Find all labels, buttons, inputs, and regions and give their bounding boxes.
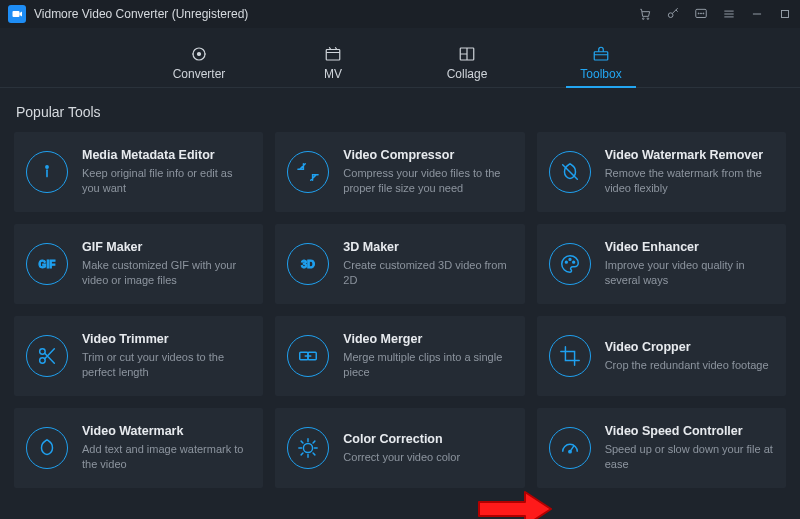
tool-card-desc: Remove the watermark from the video flex… xyxy=(605,166,774,196)
svg-point-24 xyxy=(304,443,313,452)
svg-point-2 xyxy=(647,18,649,20)
svg-text:3D: 3D xyxy=(301,258,315,270)
tool-card-title: Video Enhancer xyxy=(605,240,774,254)
tool-card-video-merger[interactable]: Video MergerMerge multiple clips into a … xyxy=(275,316,524,396)
tool-card-text: GIF MakerMake customized GIF with your v… xyxy=(82,240,251,288)
svg-rect-0 xyxy=(13,11,20,17)
tool-card-text: Video CropperCrop the redundant video fo… xyxy=(605,340,774,373)
svg-rect-8 xyxy=(782,11,789,18)
tool-card-gif-maker[interactable]: GIFGIF MakerMake customized GIF with you… xyxy=(14,224,263,304)
tool-card-desc: Keep original file info or edit as you w… xyxy=(82,166,251,196)
svg-rect-11 xyxy=(326,50,340,61)
tool-card-video-trimmer[interactable]: Video TrimmerTrim or cut your videos to … xyxy=(14,316,263,396)
tool-card-desc: Compress your video files to the proper … xyxy=(343,166,512,196)
tool-card-desc: Make customized GIF with your video or i… xyxy=(82,258,251,288)
watermark-remove-icon xyxy=(549,151,591,193)
tool-card-desc: Trim or cut your videos to the perfect l… xyxy=(82,350,251,380)
svg-point-7 xyxy=(703,13,704,14)
scissors-icon xyxy=(26,335,68,377)
tool-card-3d-maker[interactable]: 3D3D MakerCreate customized 3D video fro… xyxy=(275,224,524,304)
feedback-icon[interactable] xyxy=(694,7,708,21)
svg-point-18 xyxy=(569,259,571,261)
cart-icon[interactable] xyxy=(638,7,652,21)
tool-card-title: Video Compressor xyxy=(343,148,512,162)
window-title: Vidmore Video Converter (Unregistered) xyxy=(34,7,248,21)
tool-card-text: Video WatermarkAdd text and image waterm… xyxy=(82,424,251,472)
tool-grid: Media Metadata EditorKeep original file … xyxy=(14,132,786,488)
nav-label: Toolbox xyxy=(580,67,621,81)
nav-tab-collage[interactable]: Collage xyxy=(432,45,502,87)
tool-card-text: Video Watermark RemoverRemove the waterm… xyxy=(605,148,774,196)
tool-card-text: Video EnhancerImprove your video quality… xyxy=(605,240,774,288)
svg-point-19 xyxy=(572,261,574,263)
merge-icon xyxy=(287,335,329,377)
tool-card-text: Media Metadata EditorKeep original file … xyxy=(82,148,251,196)
svg-point-25 xyxy=(568,450,570,452)
svg-point-14 xyxy=(46,166,48,168)
svg-point-6 xyxy=(701,13,702,14)
tool-card-video-enhancer[interactable]: Video EnhancerImprove your video quality… xyxy=(537,224,786,304)
section-title: Popular Tools xyxy=(14,104,786,120)
gif-icon: GIF xyxy=(26,243,68,285)
tool-card-desc: Correct your video color xyxy=(343,450,512,465)
nav-label: Converter xyxy=(173,67,226,81)
palette-icon xyxy=(549,243,591,285)
svg-point-5 xyxy=(698,13,699,14)
svg-point-10 xyxy=(198,53,201,56)
svg-rect-13 xyxy=(594,52,608,60)
tool-card-desc: Create customized 3D video from 2D xyxy=(343,258,512,288)
tool-card-media-metadata-editor[interactable]: Media Metadata EditorKeep original file … xyxy=(14,132,263,212)
svg-point-17 xyxy=(565,261,567,263)
nav-tab-converter[interactable]: Converter xyxy=(164,45,234,87)
speedometer-icon xyxy=(549,427,591,469)
tool-card-desc: Speed up or slow down your file at ease xyxy=(605,442,774,472)
tool-card-video-cropper[interactable]: Video CropperCrop the redundant video fo… xyxy=(537,316,786,396)
tool-card-video-watermark-remover[interactable]: Video Watermark RemoverRemove the waterm… xyxy=(537,132,786,212)
svg-point-3 xyxy=(668,13,673,18)
tool-card-title: Media Metadata Editor xyxy=(82,148,251,162)
nav-label: Collage xyxy=(447,67,488,81)
content-area: Popular Tools Media Metadata EditorKeep … xyxy=(0,88,800,519)
tool-card-title: 3D Maker xyxy=(343,240,512,254)
tool-card-video-watermark[interactable]: Video WatermarkAdd text and image waterm… xyxy=(14,408,263,488)
tool-card-text: 3D MakerCreate customized 3D video from … xyxy=(343,240,512,288)
tool-card-text: Video Speed ControllerSpeed up or slow d… xyxy=(605,424,774,472)
tool-card-title: Video Watermark Remover xyxy=(605,148,774,162)
tool-card-title: Video Trimmer xyxy=(82,332,251,346)
tool-card-title: Video Speed Controller xyxy=(605,424,774,438)
nav-label: MV xyxy=(324,67,342,81)
tool-card-video-speed-controller[interactable]: Video Speed ControllerSpeed up or slow d… xyxy=(537,408,786,488)
nav-tab-mv[interactable]: MV xyxy=(298,45,368,87)
main-nav: Converter MV Collage Toolbox xyxy=(0,28,800,88)
info-icon xyxy=(26,151,68,193)
compress-icon xyxy=(287,151,329,193)
tool-card-color-correction[interactable]: Color CorrectionCorrect your video color xyxy=(275,408,524,488)
tool-card-desc: Improve your video quality in several wa… xyxy=(605,258,774,288)
watermark-icon xyxy=(26,427,68,469)
menu-icon[interactable] xyxy=(722,7,736,21)
nav-tab-toolbox[interactable]: Toolbox xyxy=(566,45,636,87)
tool-card-title: Video Merger xyxy=(343,332,512,346)
app-logo xyxy=(8,5,26,23)
tool-card-text: Video MergerMerge multiple clips into a … xyxy=(343,332,512,380)
annotation-arrow xyxy=(475,488,555,519)
svg-text:GIF: GIF xyxy=(39,259,56,270)
color-correction-icon xyxy=(287,427,329,469)
tool-card-text: Video CompressorCompress your video file… xyxy=(343,148,512,196)
tool-card-desc: Add text and image watermark to the vide… xyxy=(82,442,251,472)
tool-card-video-compressor[interactable]: Video CompressorCompress your video file… xyxy=(275,132,524,212)
minimize-button[interactable] xyxy=(750,7,764,21)
tool-card-title: GIF Maker xyxy=(82,240,251,254)
svg-point-1 xyxy=(642,18,644,20)
tool-card-desc: Merge multiple clips into a single piece xyxy=(343,350,512,380)
tool-card-text: Video TrimmerTrim or cut your videos to … xyxy=(82,332,251,380)
tool-card-title: Color Correction xyxy=(343,432,512,446)
tool-card-text: Color CorrectionCorrect your video color xyxy=(343,432,512,465)
tool-card-title: Video Cropper xyxy=(605,340,774,354)
maximize-button[interactable] xyxy=(778,7,792,21)
tool-card-desc: Crop the redundant video footage xyxy=(605,358,774,373)
titlebar: Vidmore Video Converter (Unregistered) xyxy=(0,0,800,28)
key-icon[interactable] xyxy=(666,7,680,21)
crop-icon xyxy=(549,335,591,377)
tool-card-title: Video Watermark xyxy=(82,424,251,438)
